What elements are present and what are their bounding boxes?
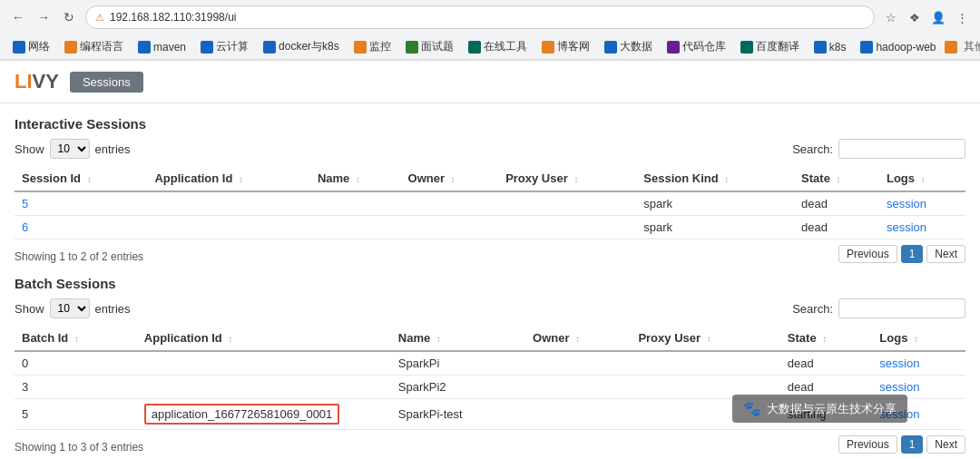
cell-batch-app-id: [137, 351, 391, 376]
bookmark-代码仓库[interactable]: 代码仓库: [662, 37, 731, 56]
bookmark-面试题[interactable]: 面试题: [400, 37, 459, 56]
search-label-batch: Search:: [792, 302, 833, 316]
main-content: Interactive Sessions Show 10 25 50 entri…: [0, 103, 980, 459]
sessions-tab[interactable]: Sessions: [70, 72, 143, 93]
address-bar[interactable]: ⚠ 192.168.182.110:31998/ui: [85, 5, 875, 29]
session-id-link[interactable]: 5: [22, 197, 28, 210]
bookmark-icon: [263, 41, 276, 54]
col-owner-interactive[interactable]: Owner ↕: [401, 166, 499, 191]
bookmark-label: 云计算: [216, 39, 249, 54]
bookmark-大数据[interactable]: 大数据: [599, 37, 658, 56]
col-batch-proxy-user[interactable]: Proxy User ↕: [631, 326, 779, 351]
bookmark-网络[interactable]: 网络: [7, 37, 55, 56]
col-session-id[interactable]: Session Id ↕: [15, 166, 147, 191]
bookmarks-more[interactable]: 其他书签: [945, 39, 980, 54]
bookmark-star-button[interactable]: ☆: [882, 8, 900, 26]
bookmark-icon: [945, 41, 957, 54]
entries-label-interactive: entries: [95, 142, 131, 156]
table-row: 5 spark dead session: [15, 191, 965, 216]
bookmark-icon: [542, 41, 554, 54]
col-batch-name[interactable]: Name ↕: [391, 326, 525, 351]
cell-batch-id: 5: [15, 399, 137, 430]
back-button[interactable]: ←: [9, 8, 27, 26]
profile-button[interactable]: 👤: [929, 8, 947, 26]
bookmark-百度翻译[interactable]: 百度翻译: [735, 37, 805, 56]
interactive-pagination: Previous 1 Next: [838, 245, 965, 263]
session-id-link[interactable]: 6: [22, 220, 28, 234]
cell-logs: session: [879, 191, 965, 216]
search-label-interactive: Search:: [792, 142, 833, 156]
batch-prev-btn[interactable]: Previous: [838, 435, 897, 454]
bookmark-label: 博客网: [557, 39, 590, 54]
interactive-prev-btn[interactable]: Previous: [838, 245, 897, 263]
show-entries-batch: Show 10 25 50 entries: [15, 298, 131, 318]
extensions-button[interactable]: ❖: [906, 8, 924, 26]
bookmark-icon: [13, 41, 25, 54]
interactive-next-btn[interactable]: Next: [926, 245, 965, 263]
menu-button[interactable]: ⋮: [953, 8, 971, 26]
cell-batch-name: SparkPi: [391, 351, 525, 376]
bookmarks-bar: 网络 编程语言 maven 云计算 docker与k8s 监控 面试题 在线工: [0, 34, 980, 60]
sort-icon-batch-owner: ↕: [575, 334, 580, 344]
batch-sessions-table: Batch Id ↕ Application Id ↕ Name ↕ Owner…: [15, 326, 965, 430]
sort-icon-batch-app-id: ↕: [228, 334, 232, 344]
logs-link[interactable]: session: [887, 220, 926, 234]
batch-sessions-controls: Show 10 25 50 entries Search:: [15, 298, 965, 318]
bookmark-label: 在线工具: [484, 39, 527, 54]
bookmark-docker与k8s[interactable]: docker与k8s: [258, 37, 345, 56]
col-batch-application-id[interactable]: Application Id ↕: [137, 326, 391, 351]
bookmark-label: 面试题: [421, 39, 454, 54]
bookmark-编程语言[interactable]: 编程语言: [59, 37, 129, 56]
col-logs-interactive[interactable]: Logs ↕: [879, 166, 965, 191]
col-session-kind[interactable]: Session Kind ↕: [636, 166, 794, 191]
bookmark-k8s[interactable]: k8s: [808, 39, 852, 55]
batch-sessions-header-row: Batch Id ↕ Application Id ↕ Name ↕ Owner…: [15, 326, 965, 351]
col-batch-owner[interactable]: Owner ↕: [525, 326, 631, 351]
show-select-batch[interactable]: 10 25 50: [50, 298, 90, 318]
col-batch-logs[interactable]: Logs ↕: [872, 326, 965, 351]
batch-page1-btn[interactable]: 1: [901, 435, 924, 454]
show-select-interactive[interactable]: 10 25 50: [50, 139, 90, 159]
table-row: 0 SparkPi dead session: [15, 351, 965, 376]
logs-link[interactable]: session: [887, 197, 926, 210]
cell-session-kind: spark: [636, 191, 794, 216]
bookmark-博客网[interactable]: 博客网: [536, 37, 595, 56]
col-batch-state[interactable]: State ↕: [780, 326, 872, 351]
nav-actions: ☆ ❖ 👤 ⋮: [882, 8, 971, 26]
cell-proxy-user: [498, 191, 636, 216]
sort-icon-owner: ↕: [451, 174, 456, 184]
bookmark-maven[interactable]: maven: [132, 39, 191, 55]
search-box-batch: Search:: [792, 298, 965, 318]
interactive-page1-btn[interactable]: 1: [901, 245, 924, 263]
batch-logs-link[interactable]: session: [879, 356, 919, 370]
batch-logs-link[interactable]: session: [879, 380, 919, 394]
sort-icon-session-kind: ↕: [724, 174, 729, 184]
cell-batch-name: SparkPi2: [391, 376, 525, 399]
address-text: 192.168.182.110:31998/ui: [110, 11, 236, 24]
search-input-batch[interactable]: [838, 298, 965, 318]
sort-icon-batch-logs: ↕: [914, 334, 918, 344]
sort-icon-app-id: ↕: [239, 174, 243, 184]
bookmark-hadoop-web[interactable]: hadoop-web: [855, 39, 941, 55]
col-state-interactive[interactable]: State ↕: [794, 166, 879, 191]
batch-logs-link[interactable]: session: [879, 407, 919, 421]
col-application-id[interactable]: Application Id ↕: [147, 166, 309, 191]
batch-next-btn[interactable]: Next: [926, 435, 965, 454]
col-proxy-user-interactive[interactable]: Proxy User ↕: [498, 166, 636, 191]
forward-button[interactable]: →: [34, 8, 53, 26]
table-row: 5 application_1667726581069_0001 SparkPi…: [15, 399, 965, 430]
col-batch-id[interactable]: Batch Id ↕: [15, 326, 137, 351]
bookmark-云计算[interactable]: 云计算: [195, 37, 254, 56]
bookmark-icon: [64, 41, 77, 54]
bookmark-在线工具[interactable]: 在线工具: [463, 37, 533, 56]
refresh-button[interactable]: ↻: [60, 8, 78, 26]
col-name-interactive[interactable]: Name ↕: [310, 166, 401, 191]
bookmark-label: 大数据: [620, 39, 652, 54]
bookmark-icon: [667, 41, 680, 54]
search-input-interactive[interactable]: [838, 139, 965, 159]
bookmark-监控[interactable]: 监控: [348, 37, 397, 56]
bookmark-label: maven: [153, 41, 186, 54]
bookmark-label: docker与k8s: [279, 39, 339, 54]
show-label-interactive: Show: [15, 142, 44, 156]
cell-batch-name: SparkPi-test: [391, 399, 525, 430]
